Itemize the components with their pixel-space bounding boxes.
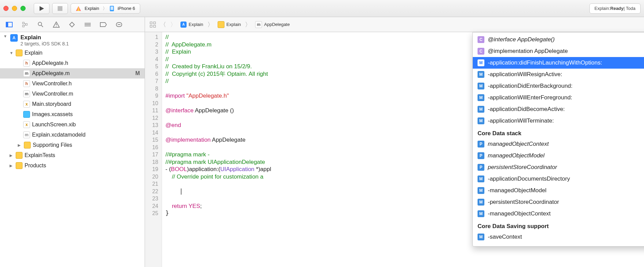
folder-icon [24,142,31,149]
toolbar: Explain 〉 iPhone 6 Explain: Ready | Toda [0,0,644,17]
symbol-navigator-icon[interactable] [21,21,29,28]
forward-button[interactable]: 〉 [170,20,176,29]
file-row[interactable]: mExplain.xcdatamodeld [0,130,145,140]
minimize-window-button[interactable] [12,6,17,11]
svg-rect-9 [23,25,24,27]
symbol-label: -applicationDocumentsDirectory [488,175,570,182]
method-icon: M [478,71,484,78]
model-file-icon: m [23,131,30,138]
file-label: Images.xcassets [32,111,73,117]
symbol-item[interactable]: M-applicationDocumentsDirectory [473,173,644,185]
svg-point-13 [38,22,42,26]
scm-modified-badge: M [135,70,142,76]
svg-rect-25 [150,22,152,24]
symbol-label: -managedObjectModel [488,187,546,194]
file-label: LaunchScreen.xib [32,122,76,128]
symbol-item[interactable]: M-applicationWillTerminate: [473,115,644,127]
disclosure-triangle-icon[interactable]: ▶ [10,153,14,158]
symbol-item[interactable]: M-managedObjectModel [473,185,644,196]
jumpbar-project[interactable]: A Explain [180,22,203,28]
test-navigator-icon[interactable] [68,21,76,28]
method-icon: M [478,106,484,113]
disclosure-triangle-icon[interactable]: ▼ [3,34,8,38]
symbol-item[interactable]: M-applicationWillResignActive: [473,69,644,80]
breakpoint-navigator-icon[interactable] [100,21,107,28]
symbol-label: @interface AppDelegate() [488,36,555,43]
group-row[interactable]: ▶Products [0,160,145,171]
activity-prefix: Explain: [595,6,610,11]
svg-rect-8 [23,22,24,24]
jump-bar[interactable]: 〈 〉 A Explain 〉 Explain 〉 m AppDelegate [145,17,644,32]
navigator-tabs [0,17,145,32]
activity-status: Ready [610,6,624,11]
file-row[interactable]: Images.xcassets [0,109,145,120]
report-navigator-icon[interactable] [115,21,123,28]
svg-rect-1 [58,6,62,11]
file-row[interactable]: hViewController.h [0,79,145,89]
issue-navigator-icon[interactable] [53,21,60,28]
m-file-icon: m [255,21,262,28]
symbol-label: @implementation AppDelegate [488,48,568,55]
group-row[interactable]: ▶Supporting Files [0,140,145,150]
app-icon [76,6,81,11]
symbol-item[interactable]: M-managedObjectContext [473,208,644,220]
class-icon: C [478,36,484,43]
symbol-item[interactable]: PmanagedObjectModel [473,150,644,161]
symbol-item[interactable]: M-applicationDidEnterBackground: [473,80,644,92]
symbol-label: -applicationWillEnterForeground: [488,94,572,101]
method-icon: M [478,199,484,206]
symbol-item[interactable]: M-persistentStoreCoordinator [473,196,644,208]
activity-viewer: Explain: Ready | Toda [589,3,641,14]
play-icon [39,6,44,11]
back-button[interactable]: 〈 [160,20,166,29]
file-row[interactable]: xMain.storyboard [0,99,145,109]
svg-line-12 [24,25,26,26]
m-file-icon: m [23,90,30,97]
symbol-item[interactable]: PpersistentStoreCoordinator [473,161,644,173]
disclosure-triangle-icon[interactable]: ▶ [10,164,14,168]
property-icon: P [478,152,484,159]
jumpbar-group-label: Explain [226,22,241,27]
search-navigator-icon[interactable] [37,21,44,28]
group-label: Products [25,163,46,169]
project-navigator-icon[interactable] [5,21,13,28]
disclosure-triangle-icon[interactable]: ▶ [18,143,22,147]
file-label: ViewController.m [32,91,73,97]
file-label: Explain.xcdatamodeld [32,132,86,138]
group-explain[interactable]: ▼ Explain [0,48,145,58]
svg-rect-26 [153,22,156,24]
file-row[interactable]: mViewController.m [0,89,145,99]
symbol-item[interactable]: M-applicationDidBecomeActive: [473,103,644,115]
debug-navigator-icon[interactable] [84,21,91,28]
file-label: Main.storyboard [32,101,71,107]
disclosure-triangle-icon[interactable]: ▼ [10,51,14,55]
file-row[interactable]: hAppDelegate.h [0,58,145,68]
zoom-window-button[interactable] [20,6,26,11]
svg-rect-5 [111,6,113,10]
jumpbar-group[interactable]: Explain [218,21,241,28]
source-editor[interactable]: 1234567891011121314151617181920212223242… [145,32,644,267]
jumpbar-file[interactable]: m AppDelegate [255,21,290,28]
main-area: ▼ A Explain 2 targets, iOS SDK 8.1 ▼ Exp… [0,32,644,267]
stop-button[interactable] [52,3,68,14]
activity-suffix: | Toda [624,6,635,11]
svg-line-14 [41,25,43,27]
close-window-button[interactable] [3,6,9,11]
chevron-icon: 〉 [245,20,251,29]
symbol-item[interactable]: PmanagedObjectContext [473,138,644,150]
scheme-selector[interactable]: Explain 〉 iPhone 6 [71,3,140,14]
symbol-item[interactable]: M-applicationWillEnterForeground: [473,92,644,103]
symbol-item[interactable]: C@interface AppDelegate() [473,34,644,45]
project-root[interactable]: ▼ A Explain 2 targets, iOS SDK 8.1 [0,33,145,48]
run-button[interactable] [34,3,49,14]
symbol-item[interactable]: C@implementation AppDelegate [473,45,644,57]
related-items-icon[interactable] [150,22,156,28]
group-row[interactable]: ▶ExplainTests [0,150,145,160]
class-icon: C [478,48,484,55]
symbol-label: -applicationDidEnterBackground: [488,83,573,89]
file-row[interactable]: mAppDelegate.mM [0,68,145,79]
svg-rect-27 [150,25,152,27]
file-row[interactable]: xLaunchScreen.xib [0,120,145,130]
symbol-item[interactable]: M-saveContext [473,231,644,243]
symbol-item[interactable]: M-application:didFinishLaunchingWithOpti… [473,57,644,69]
